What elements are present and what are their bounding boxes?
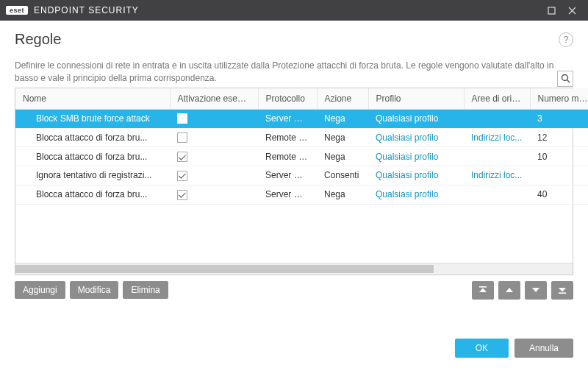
cell-nome: Blocca attacco di forza bru... — [15, 185, 170, 204]
cell-protocollo: Remote D... — [258, 128, 317, 147]
cell-aree: Indirizzi loc... — [464, 166, 530, 185]
ok-button[interactable]: OK — [455, 339, 509, 358]
svg-point-1 — [562, 75, 567, 81]
cell-attivazione — [170, 109, 258, 128]
cell-nome: Ignora tentativo di registrazi... — [15, 166, 170, 185]
cell-protocollo: Remote D... — [258, 147, 317, 166]
cell-azione: Nega — [317, 185, 368, 204]
svg-marker-6 — [559, 288, 566, 292]
footer: OK Annulla — [0, 330, 588, 368]
cell-nome: Blocca attacco di forza bru... — [15, 147, 170, 166]
cell-numero — [530, 166, 588, 185]
col-header-nome[interactable]: Nome — [15, 88, 170, 110]
col-header-numero[interactable]: Numero massi... — [530, 88, 588, 110]
cell-nome: Block SMB brute force attack — [15, 109, 170, 128]
scrollbar-thumb[interactable] — [15, 265, 434, 273]
cell-aree — [464, 109, 530, 128]
cell-azione: Nega — [317, 128, 368, 147]
svg-rect-7 — [559, 292, 566, 294]
cell-protocollo: Server Mes... — [258, 185, 317, 204]
cell-azione: Nega — [317, 147, 368, 166]
cell-numero: 3 — [530, 109, 588, 128]
add-button[interactable]: Aggiungi — [15, 281, 65, 299]
page-title: Regole — [15, 31, 559, 48]
cell-numero: 10 — [530, 147, 588, 166]
svg-marker-4 — [506, 288, 513, 292]
cell-azione: Consenti — [317, 166, 368, 185]
svg-marker-3 — [479, 289, 487, 293]
cell-profilo: Qualsiasi profilo — [368, 128, 464, 147]
action-row: Aggiungi Modifica Elimina — [0, 275, 588, 300]
table-row[interactable]: Blocca attacco di forza bru...Remote D..… — [15, 147, 588, 166]
move-bottom-button[interactable] — [551, 281, 573, 300]
cell-aree — [464, 147, 530, 166]
col-header-azione[interactable]: Azione — [317, 88, 368, 110]
col-header-attivazione[interactable]: Attivazione eseguita — [170, 88, 258, 110]
window-minimize-restore-icon[interactable] — [541, 0, 562, 21]
cell-attivazione — [170, 147, 258, 166]
rules-table: Nome Attivazione eseguita Protocollo Azi… — [15, 88, 573, 275]
table-row[interactable]: Block SMB brute force attackServer Mes..… — [15, 109, 588, 128]
cell-aree: Indirizzi loc... — [464, 128, 530, 147]
description-text: Definire le connessioni di rete in entra… — [15, 60, 573, 85]
move-down-button[interactable] — [525, 281, 547, 300]
cell-attivazione — [170, 185, 258, 204]
table-row[interactable]: Blocca attacco di forza bru...Server Mes… — [15, 185, 588, 204]
col-header-aree[interactable]: Aree di origine — [464, 88, 530, 110]
cancel-button[interactable]: Annulla — [514, 339, 573, 358]
col-header-protocollo[interactable]: Protocollo — [258, 88, 317, 110]
cell-protocollo: Server Mes... — [258, 166, 317, 185]
window-close-icon[interactable] — [562, 0, 582, 21]
cell-numero: 40 — [530, 185, 588, 204]
cell-profilo: Qualsiasi profilo — [368, 166, 464, 185]
cell-numero: 12 — [530, 128, 588, 147]
checkbox-icon[interactable] — [177, 171, 187, 181]
svg-rect-0 — [548, 7, 555, 14]
table-row[interactable]: Ignora tentativo di registrazi...Server … — [15, 166, 588, 185]
cell-profilo: Qualsiasi profilo — [368, 185, 464, 204]
cell-protocollo: Server Mes... — [258, 109, 317, 128]
move-up-button[interactable] — [498, 281, 520, 300]
cell-azione: Nega — [317, 109, 368, 128]
move-top-button[interactable] — [472, 281, 494, 300]
help-button[interactable]: ? — [559, 32, 573, 47]
horizontal-scrollbar[interactable] — [15, 263, 573, 275]
cell-attivazione — [170, 128, 258, 147]
table-header-row: Nome Attivazione eseguita Protocollo Azi… — [15, 88, 588, 110]
checkbox-icon[interactable] — [177, 190, 187, 200]
cell-attivazione — [170, 166, 258, 185]
col-header-profilo[interactable]: Profilo — [368, 88, 464, 110]
cell-nome: Blocca attacco di forza bru... — [15, 128, 170, 147]
checkbox-icon[interactable] — [177, 113, 187, 124]
cell-profilo: Qualsiasi profilo — [368, 147, 464, 166]
table-row[interactable]: Blocca attacco di forza bru...Remote D..… — [15, 128, 588, 147]
search-button[interactable] — [557, 71, 573, 87]
checkbox-icon[interactable] — [177, 152, 187, 162]
checkbox-icon[interactable] — [177, 132, 187, 143]
brand-badge: eset — [6, 6, 28, 15]
cell-aree — [464, 185, 530, 204]
brand-text: ENDPOINT SECURITY — [34, 5, 139, 15]
delete-button[interactable]: Elimina — [123, 281, 168, 299]
svg-rect-2 — [479, 286, 487, 288]
titlebar: eset ENDPOINT SECURITY — [0, 0, 588, 21]
edit-button[interactable]: Modifica — [70, 281, 119, 299]
cell-profilo: Qualsiasi profilo — [368, 109, 464, 128]
header: Regole ? — [0, 21, 588, 54]
svg-marker-5 — [532, 288, 539, 292]
